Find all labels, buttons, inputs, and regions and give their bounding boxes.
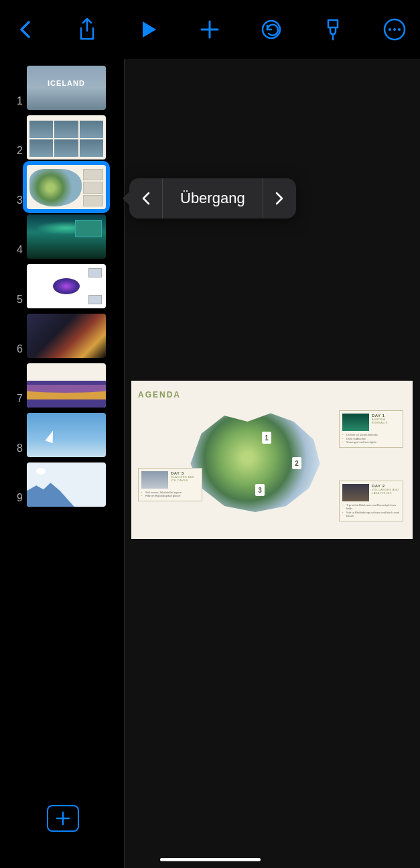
ellipsis-circle-icon <box>383 18 406 41</box>
popover-prev-button[interactable] <box>129 178 163 219</box>
chevron-left-icon <box>142 192 150 205</box>
format-button[interactable] <box>320 16 346 43</box>
slide-preview <box>27 115 106 160</box>
slide-preview <box>27 462 106 507</box>
day1-card: DAY 1 AURORA BOREALIS Lecture on aurora … <box>339 410 403 448</box>
slide-thumb-6[interactable]: 6 <box>0 311 124 361</box>
day3-bullets: Sail across Jökulsárlón lagoon Hike on E… <box>141 489 199 498</box>
paintbrush-icon <box>323 18 343 41</box>
slide-thumb-5[interactable]: 5 <box>0 261 124 311</box>
map-pin-1: 1 <box>262 432 271 444</box>
slide-number: 8 <box>0 442 23 457</box>
slide-preview <box>27 165 106 209</box>
day3-image <box>141 471 168 489</box>
plus-icon <box>200 19 220 40</box>
add-slide-button[interactable] <box>47 805 79 832</box>
slide-thumb-3[interactable]: 3 <box>0 162 124 212</box>
slide-number: 7 <box>0 393 23 408</box>
more-button[interactable] <box>381 16 408 43</box>
slide-number: 1 <box>0 95 23 110</box>
share-icon <box>77 17 97 42</box>
day2-bullets: Trip to the Holuhraun and Berserkjah lav… <box>342 501 400 518</box>
day2-image <box>342 484 369 501</box>
home-indicator[interactable] <box>160 858 261 861</box>
slide-preview <box>27 363 106 408</box>
play-icon <box>140 19 157 40</box>
transition-button[interactable]: Übergang <box>163 190 263 207</box>
day3-card: DAY 3 GLACIERS AND ICE CAVES Sail across… <box>138 468 202 501</box>
share-button[interactable] <box>74 16 100 43</box>
slide-preview <box>27 264 106 308</box>
slide-thumb-1[interactable]: 1 <box>0 63 124 113</box>
svg-point-2 <box>389 28 391 31</box>
slide-body: 1 2 3 DAY 1 AURORA BOREALIS Lecture on a… <box>138 404 406 532</box>
slide-thumb-4[interactable]: 4 <box>0 212 124 261</box>
svg-point-3 <box>393 28 396 31</box>
back-button[interactable] <box>12 16 39 43</box>
day1-image <box>342 414 369 431</box>
map-pin-3: 3 <box>255 484 265 496</box>
slide-preview <box>27 413 106 457</box>
slide-preview <box>27 66 106 110</box>
day1-bullets: Lecture on aurora borealis Drive to Akur… <box>342 431 400 444</box>
slide-title: AGENDA <box>138 390 406 399</box>
toolbar <box>0 0 420 59</box>
slide-number: 6 <box>0 343 23 358</box>
slide-number: 3 <box>0 194 23 209</box>
slide-preview <box>27 214 106 259</box>
slide-navigator[interactable]: 1 2 3 4 5 6 7 8 <box>0 59 125 868</box>
svg-point-4 <box>398 28 401 31</box>
current-slide[interactable]: AGENDA 1 2 3 DAY 1 AURORA BOREALIS Lectu… <box>131 381 413 539</box>
map-graphic <box>178 404 332 524</box>
chevron-right-icon <box>275 192 283 205</box>
slide-thumb-2[interactable]: 2 <box>0 113 124 162</box>
slide-thumb-9[interactable]: 9 <box>0 460 124 509</box>
plus-icon <box>56 811 70 826</box>
chevron-left-icon <box>19 19 32 40</box>
undo-button[interactable] <box>258 16 285 43</box>
map-pin-2: 2 <box>292 457 301 469</box>
slide-thumb-8[interactable]: 8 <box>0 410 124 460</box>
add-button[interactable] <box>196 16 223 43</box>
slide-number: 9 <box>0 492 23 507</box>
slide-thumb-7[interactable]: 7 <box>0 361 124 410</box>
popover-next-button[interactable] <box>263 178 296 219</box>
context-popover: Übergang <box>129 178 296 219</box>
slide-number: 2 <box>0 145 23 160</box>
day2-card: DAY 2 VOLCANOES AND LAVA FIELDS Trip to … <box>339 481 403 521</box>
slide-number: 4 <box>0 244 23 259</box>
play-button[interactable] <box>135 16 162 43</box>
slide-number: 5 <box>0 294 23 308</box>
slide-preview <box>27 314 106 358</box>
undo-icon <box>261 19 282 40</box>
